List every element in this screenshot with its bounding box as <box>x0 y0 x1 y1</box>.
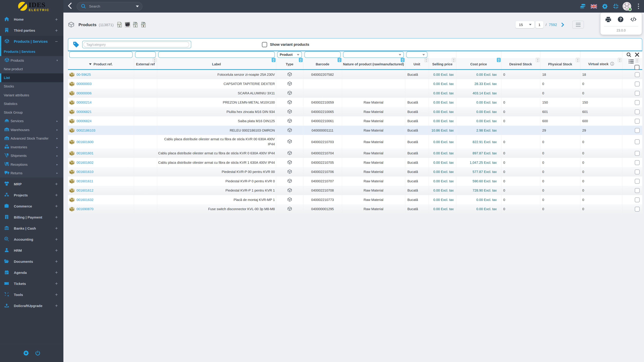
show-variant-checkbox[interactable] <box>262 42 267 47</box>
column-header-selling[interactable]: Selling price <box>429 58 456 69</box>
column-options-icon[interactable] <box>299 58 302 62</box>
row-checkbox[interactable] <box>635 197 640 202</box>
product-ref-link[interactable]: 0002186103 <box>76 129 96 132</box>
sidebar-item-list[interactable]: List <box>0 73 64 82</box>
info-icon[interactable] <box>610 62 614 66</box>
row-checkbox[interactable] <box>635 169 640 174</box>
column-header-unit[interactable]: Unit <box>405 58 429 69</box>
row-checkbox[interactable] <box>635 206 640 212</box>
product-ref-link[interactable]: 00000006 <box>76 91 92 95</box>
column-header-cost[interactable]: Cost price <box>456 58 501 69</box>
column-header-label[interactable]: Label <box>157 58 276 69</box>
row-checkbox[interactable] <box>635 139 640 144</box>
sidebar-item-accounting[interactable]: Accounting+ <box>0 234 64 245</box>
expand-plus-icon[interactable]: + <box>55 28 58 33</box>
row-checkbox[interactable] <box>635 160 640 165</box>
coins-icon[interactable] <box>577 4 588 9</box>
sidebar-item-advanced-stock-transfer[interactable]: Advanced Stock Transfer▸ <box>0 134 64 143</box>
product-ref-link[interactable]: 00000003 <box>76 82 92 86</box>
product-ref-link[interactable]: 001601600 <box>76 140 94 144</box>
expand-plus-icon[interactable]: + <box>55 248 58 253</box>
filter-select-nature[interactable] <box>343 52 404 58</box>
sidebar-item-products[interactable]: Products▾ <box>0 56 64 65</box>
product-ref-link[interactable]: 001601632 <box>76 198 94 202</box>
expand-plus-icon[interactable]: + <box>55 270 58 275</box>
row-checkbox[interactable] <box>635 151 640 156</box>
product-ref-link[interactable]: 001601612 <box>76 189 94 192</box>
filter-input-label[interactable] <box>158 52 275 58</box>
column-options-icon[interactable] <box>338 58 341 62</box>
compress-icon[interactable] <box>610 4 621 9</box>
clear-filters-icon[interactable] <box>635 53 639 57</box>
logout-power-icon[interactable] <box>35 351 40 356</box>
csv-download-icon[interactable]: CSV <box>117 22 123 28</box>
row-checkbox[interactable] <box>635 91 640 96</box>
help-icon[interactable] <box>618 16 623 22</box>
product-ref-link[interactable]: 001690870 <box>76 207 94 211</box>
tag-category-input[interactable] <box>84 42 189 47</box>
row-checkbox[interactable] <box>635 81 640 86</box>
page-size-select[interactable]: 15 <box>515 21 534 28</box>
expand-plus-icon[interactable]: + <box>55 259 58 264</box>
sidebar-item-receptions[interactable]: Receptions▸ <box>0 160 64 169</box>
product-ref-link[interactable]: 00006821 <box>76 110 92 114</box>
product-ref-link[interactable]: 001601601 <box>76 151 94 155</box>
filter-input-ref[interactable] <box>69 52 133 58</box>
png-image-icon[interactable]: PNG <box>125 22 130 27</box>
column-header-desired[interactable]: Desired Stock <box>501 58 540 69</box>
sidebar-item-tools[interactable]: Tools+ <box>0 289 64 300</box>
avatar[interactable] <box>623 2 631 10</box>
expand-plus-icon[interactable]: + <box>55 303 58 309</box>
printer-icon[interactable] <box>606 17 611 22</box>
expand-plus-icon[interactable]: + <box>55 226 58 231</box>
filter-select-unit[interactable] <box>406 52 428 58</box>
product-ref-link[interactable]: 00000214 <box>76 100 92 104</box>
row-checkbox[interactable] <box>635 109 640 114</box>
column-options-icon[interactable] <box>272 58 276 62</box>
sidebar-item-documents[interactable]: Documents+ <box>0 256 64 267</box>
sidebar-item-returns[interactable]: Returns▸ <box>0 169 64 177</box>
column-options-icon[interactable] <box>424 58 428 62</box>
expand-plus-icon[interactable]: + <box>55 181 58 187</box>
sidebar-item-statistics[interactable]: Statistics <box>0 99 64 108</box>
kebab-menu-icon[interactable] <box>633 3 644 9</box>
search-icon[interactable] <box>627 52 631 57</box>
expand-plus-icon[interactable]: + <box>55 237 58 242</box>
column-header-nature[interactable]: Nature of product (raw/manufactured) <box>342 58 405 69</box>
column-header-virtual[interactable]: Virtual stock <box>580 58 622 69</box>
sidebar-item-home[interactable]: Home+ <box>0 14 64 25</box>
row-checkbox[interactable] <box>635 128 640 133</box>
sidebar-item-services[interactable]: Services▸ <box>0 117 64 125</box>
uk-flag-icon[interactable] <box>588 4 599 8</box>
expand-plus-icon[interactable]: + <box>55 292 58 298</box>
sidebar-item-inventories[interactable]: Inventories▸ <box>0 143 64 151</box>
brand-logo[interactable]: IDES ELECTRIC <box>0 0 64 13</box>
expand-plus-icon[interactable]: + <box>55 16 58 22</box>
product-ref-link[interactable]: 001601610 <box>76 170 94 174</box>
filter-input-ext[interactable] <box>135 52 156 58</box>
column-header-barcode[interactable]: Barcode <box>303 58 342 69</box>
column-header-ext[interactable]: External ref <box>134 58 157 69</box>
search-input[interactable] <box>89 4 132 8</box>
select-fields-button[interactable] <box>572 21 584 29</box>
column-options-icon[interactable] <box>497 58 500 62</box>
gear-icon[interactable] <box>599 4 610 9</box>
column-header-ref[interactable]: Product ref. <box>68 58 134 69</box>
filter-select-type[interactable]: Product <box>277 52 302 58</box>
row-checkbox[interactable] <box>635 179 640 184</box>
sidebar-item-commerce[interactable]: Commerce+ <box>0 201 64 212</box>
row-checkbox[interactable] <box>635 72 640 77</box>
sidebar-item-hrm[interactable]: HRM+ <box>0 245 64 256</box>
sidebar-item-variant-attributes[interactable]: Variant attributes <box>0 91 64 99</box>
sidebar-item-agenda[interactable]: Agenda+ <box>0 267 64 278</box>
sidebar-item-billing-payment[interactable]: Billing | Payment+ <box>0 212 64 223</box>
sidebar-item-third-parties[interactable]: Third parties+ <box>0 25 64 36</box>
collapse-minus-icon[interactable]: − <box>55 39 58 44</box>
search-caret-icon[interactable] <box>136 5 139 7</box>
back-button[interactable] <box>66 2 74 10</box>
dbcsv-download-icon[interactable]: DB CSV <box>133 22 138 28</box>
sidebar-item-shipments[interactable]: Shipments▸ <box>0 151 64 160</box>
expand-plus-icon[interactable]: + <box>55 281 58 286</box>
page-number-input[interactable] <box>536 21 544 28</box>
column-header-type[interactable]: Type <box>276 58 303 69</box>
